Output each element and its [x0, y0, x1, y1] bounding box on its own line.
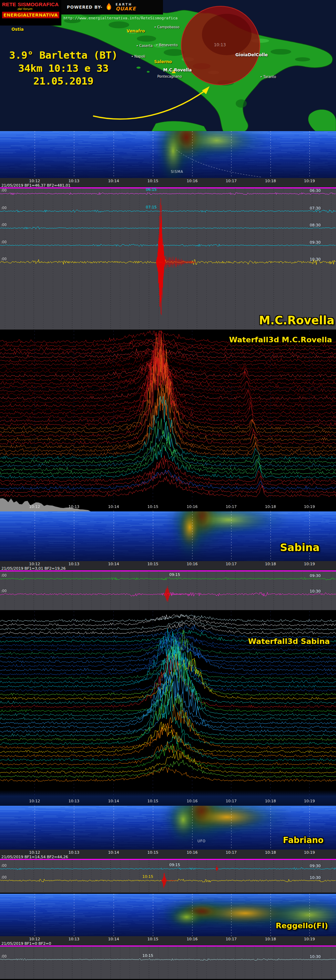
spectrogram-canvas — [0, 511, 336, 561]
tick-label: 10:14 — [108, 937, 119, 941]
tick-label: 10:18 — [265, 937, 276, 941]
tick-label: 10:17 — [226, 937, 237, 941]
powered-by-text: POWERED BY- — [67, 5, 102, 10]
axis-tick-label: 10:14 — [108, 799, 119, 803]
seismogram-canvas — [0, 947, 336, 979]
row-right-label: 07:30 — [310, 206, 321, 210]
tick-label: 10:13 — [68, 937, 79, 941]
tick-label: 10:14 — [108, 562, 119, 566]
station-label: Reggello(FI) — [276, 921, 328, 930]
tick-label: 10:13 — [68, 562, 79, 566]
waterfall3d-sabina: Waterfall3d Sabina10:1210:1310:1410:1510… — [0, 611, 336, 806]
flame-icon — [106, 2, 112, 13]
seismogram-mcrovella: 10:1210:1310:1410:1510:1610:1710:1810:19… — [0, 178, 336, 331]
tick-label: 10:19 — [304, 937, 315, 941]
waterfall3d-mcrovella: Waterfall3d M.C.Rovella10:1210:1310:1410… — [0, 331, 336, 511]
spectrogram-note: SISMA — [171, 169, 183, 173]
row-left-label: :00 — [1, 188, 6, 192]
tick-label: 10:17 — [226, 179, 237, 183]
axis-tick-label: 10:16 — [187, 799, 198, 803]
row-left-label: :00 — [1, 875, 6, 879]
site-url: http://www.energialternativa.info/ReteSi… — [63, 16, 178, 21]
station-label: Fabriano — [283, 835, 323, 845]
row-left-label: :00 — [1, 223, 6, 226]
row-left-label: :00 — [1, 240, 6, 243]
axis-tick-label: 10:17 — [226, 504, 237, 509]
seismogram-traces: :0010:1510:30 — [0, 947, 336, 979]
map-label: Venafro — [127, 29, 145, 33]
axis-tick-label: 10:19 — [304, 504, 315, 509]
tick-label: 10:12 — [29, 179, 40, 183]
row-right-label: 09:30 — [310, 863, 321, 868]
spectrogram-mcrovella: SISMA — [0, 131, 336, 178]
tick-label: 10:13 — [68, 179, 79, 183]
epicenter-core — [202, 14, 252, 55]
tick-label: 10:19 — [304, 850, 315, 855]
tick-label: 10:13 — [68, 850, 79, 855]
seismogram-info: 21/05/2019 BF1=0 BF2=0 — [2, 941, 51, 946]
row-left-label: :00 — [1, 863, 6, 867]
logo-line3: ENERGIALTERNATIVA — [2, 12, 59, 18]
tick-label: 10:16 — [187, 850, 198, 855]
row-right-label: 09:30 — [310, 240, 321, 244]
seismogram-fabriano: 10:1210:1310:1410:1510:1610:1710:1810:19… — [0, 850, 336, 894]
island-capri — [147, 71, 149, 73]
axis-tick-label: 10:15 — [147, 799, 158, 803]
axis-tick-label: 10:12 — [29, 504, 40, 509]
seismogram-info: 21/05/2019 BF1=14,54 BF2=44,26 — [2, 855, 68, 859]
map-label: Salerno — [154, 59, 172, 64]
row-left-label: :00 — [1, 574, 6, 577]
tick-label: 10:16 — [187, 562, 198, 566]
tick-label: 10:12 — [29, 937, 40, 941]
row-left-label: :00 — [1, 954, 6, 958]
axis-tick-label: 10:16 — [187, 504, 198, 509]
axis-tick-label: 10:18 — [265, 799, 276, 803]
event-date: 21.05.2019 — [3, 75, 124, 88]
row-center-label: 06:15 — [146, 188, 157, 192]
event-depth-time: 34km 10:13 e 33 — [3, 62, 124, 75]
axis-tick-label: 10:13 — [68, 799, 79, 803]
tick-label: 10:12 — [29, 562, 40, 566]
spectrogram-sabina: Sabina — [0, 511, 336, 561]
axis-tick-label: 10:19 — [304, 799, 315, 803]
tick-label: 10:12 — [29, 850, 40, 855]
seismogram-traces: :0009:1509:30:0010:1510:30 — [0, 860, 336, 893]
waterfall-title: Waterfall3d M.C.Rovella — [229, 336, 332, 344]
map-label: M.C.Rovella — [163, 67, 192, 72]
spectrogram-canvas — [0, 894, 336, 936]
tick-label: 10:14 — [108, 850, 119, 855]
row-center-label: 09:15 — [169, 573, 180, 577]
row-right-label: 10:30 — [310, 954, 321, 959]
event-summary: 3.9° Barletta (BT) 34km 10:13 e 33 21.05… — [3, 49, 124, 88]
seismogram-header: 10:1210:1310:1410:1510:1610:1710:1810:19… — [0, 561, 336, 571]
island-ischia — [136, 67, 141, 69]
row-left-label: :00 — [1, 257, 6, 261]
tick-label: 10:14 — [108, 179, 119, 183]
tick-label: 10:18 — [265, 850, 276, 855]
spectrogram-note: UFO — [198, 839, 206, 843]
spectrogram-reggello: Reggello(FI) — [0, 894, 336, 936]
row-right-label: 06:30 — [310, 188, 321, 193]
seismogram-reggello: 10:1210:1310:1410:1510:1610:1710:1810:19… — [0, 936, 336, 980]
station-label: M.C.Rovella — [259, 314, 334, 327]
tick-label: 10:19 — [304, 562, 315, 566]
map-panel: RETE SISMOGRAFICA del forum ENERGIALTERN… — [0, 0, 336, 131]
row-left-label: :00 — [1, 206, 6, 210]
tick-label: 10:15 — [147, 562, 158, 566]
axis-tick-label: 10:13 — [68, 504, 79, 509]
tick-label: 10:18 — [265, 179, 276, 183]
map-label: • Campobasso — [154, 25, 179, 29]
seismogram-traces: :0009:1509:30:0010:30 — [0, 571, 336, 610]
axis-tick-label: 10:17 — [226, 799, 237, 803]
seismic-bulletin: RETE SISMOGRAFICA del forum ENERGIALTERN… — [0, 0, 336, 980]
waterfall-canvas — [0, 331, 336, 511]
network-logo: RETE SISMOGRAFICA del forum ENERGIALTERN… — [0, 0, 61, 25]
spectrogram-canvas — [0, 131, 336, 178]
tick-label: 10:19 — [304, 179, 315, 183]
seismogram-canvas — [0, 860, 336, 893]
spectrogram-fabriano: UFOFabriano — [0, 806, 336, 850]
tick-label: 10:18 — [265, 562, 276, 566]
seismogram-traces: :0006:1506:30:0007:1507:30:0008:30:0009:… — [0, 188, 336, 329]
map-label: • Napoli — [131, 54, 146, 58]
axis-tick-label: 10:14 — [108, 504, 119, 509]
